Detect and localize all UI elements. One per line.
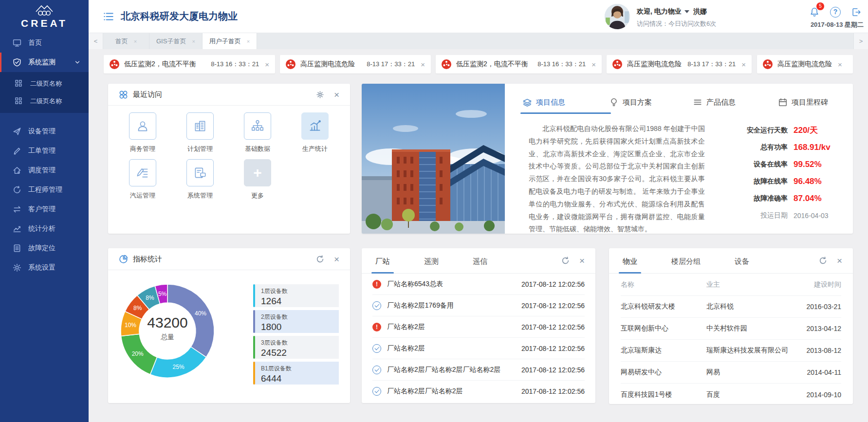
tab-home[interactable]: 首页 × <box>103 33 149 49</box>
indicator-donut-chart: 40%25%20%10%8%8%5% 43200 总量 <box>116 279 219 383</box>
quick-item-plan[interactable]: 计划管理 <box>171 112 229 159</box>
props-tab-floor-group[interactable]: 楼层分组 <box>668 257 703 273</box>
table-row[interactable]: 互联网创新中心 中关村软件园 2013-04-12 <box>621 318 841 340</box>
alert-text: 高压监测电流危险 <box>777 60 832 69</box>
status-ok-icon <box>372 366 381 374</box>
stat-value: 220/天 <box>794 125 818 136</box>
alert-card[interactable]: 高压监测电流危险 8-13 17：33：21 × <box>607 55 752 73</box>
props-tab-property[interactable]: 物业 <box>620 257 640 273</box>
tabs-scroll-left[interactable]: < <box>89 33 103 49</box>
tab-user-subpage[interactable]: 用户子首页 × <box>203 33 257 49</box>
close-icon[interactable]: × <box>334 255 339 264</box>
sidebar-item-settings[interactable]: 系统设置 <box>0 258 89 277</box>
legend-color-bar <box>253 336 255 359</box>
avatar[interactable] <box>605 4 630 29</box>
donut-slice[interactable] <box>150 347 206 378</box>
alert-card[interactable]: 高压监测电流危险 8-13 17：33：21 × <box>280 55 431 73</box>
welcome-text[interactable]: 欢迎, 电力物业洪娜 <box>637 7 707 16</box>
station-row[interactable]: ! 厂站名称6543总表 2017-08-12 12:02:56 <box>372 274 585 295</box>
chevron-down-icon <box>74 59 81 67</box>
legend-item[interactable]: 2层设备数 1800 <box>253 310 339 333</box>
header: 北京科税研发大厦电力物业 欢迎, 电力物业洪娜 访问情况：今日访问次数6次 5 <box>89 0 868 33</box>
sidebar-item-home[interactable]: 首页 <box>0 33 89 53</box>
props-tab-device[interactable]: 设备 <box>732 257 752 273</box>
sidebar-item-workorder-mgmt[interactable]: 工单管理 <box>0 141 89 161</box>
pen-list-icon <box>135 165 150 180</box>
legend-item[interactable]: 1层设备数 1264 <box>253 284 339 307</box>
station-row[interactable]: 厂站名称2层厂站名称2层厂站名称2层 2017-08-12 12:02:56 <box>372 359 585 381</box>
sidebar-item-label: 客户管理 <box>28 205 55 214</box>
sidebar-subitem-2[interactable]: 二级页名称 <box>0 92 89 110</box>
sidebar-item-engineer-mgmt[interactable]: 工程师管理 <box>0 180 89 200</box>
sidebar-item-fault-location[interactable]: 故障定位 <box>0 239 89 258</box>
stations-list: ! 厂站名称6543总表 2017-08-12 12:02:56 厂站名称2层1… <box>362 274 595 402</box>
sidebar-subitem-1[interactable]: 二级页名称 <box>0 75 89 92</box>
refresh-icon[interactable] <box>316 255 324 263</box>
station-time: 2017-08-12 12:02:56 <box>517 387 585 395</box>
close-icon[interactable]: × <box>334 90 339 99</box>
help-icon[interactable]: ? <box>829 6 842 18</box>
quick-item-production-stats[interactable]: 生产统计 <box>286 112 344 159</box>
close-icon[interactable]: × <box>265 60 269 69</box>
legend-item[interactable]: 3层设备数 24522 <box>253 336 339 359</box>
quick-item-more[interactable]: + 更多 <box>229 159 286 206</box>
sidebar-item-device-mgmt[interactable]: 设备管理 <box>0 122 89 141</box>
quick-item-transport[interactable]: 汽运管理 <box>114 159 171 206</box>
close-icon[interactable]: × <box>421 60 425 69</box>
close-icon[interactable]: × <box>837 256 842 265</box>
quick-item-basedata[interactable]: 基础数据 <box>229 112 286 159</box>
table-row[interactable]: 北京瑞斯康达 瑞斯康达科技发展有限公司 2013-08-12 <box>621 340 841 362</box>
tab-gis-subpage[interactable]: GIS子首页 × <box>149 33 203 49</box>
gear-icon[interactable] <box>316 91 324 99</box>
stations-tab-station[interactable]: 厂站 <box>372 257 393 273</box>
stations-tab-telesignal[interactable]: 遥信 <box>470 257 490 273</box>
close-icon[interactable]: × <box>579 256 585 265</box>
close-icon[interactable]: × <box>741 60 746 69</box>
quick-item-system[interactable]: 系统管理 <box>171 159 229 206</box>
project-tab-product[interactable]: 产品信息 <box>693 97 778 114</box>
alert-card[interactable]: 低压监测2，电流不平衡 8-13 16：33：21 × <box>436 55 602 73</box>
stat-row: 故障在线率 96.48% <box>729 173 846 190</box>
project-tab-info[interactable]: 项目信息 <box>522 97 609 114</box>
alert-text: 高压监测电流危险 <box>300 60 355 69</box>
menu-list-icon[interactable] <box>102 10 115 25</box>
stations-tab-telemetry[interactable]: 遥测 <box>421 257 442 273</box>
tab-close-icon[interactable]: × <box>247 38 250 44</box>
donut-slice[interactable] <box>167 284 214 357</box>
station-row[interactable]: 厂站名称2层厂站名称2层 2017-08-12 12:02:56 <box>372 381 585 402</box>
stat-label: 总有功率 <box>729 143 788 152</box>
table-row[interactable]: 百度科技园1号楼 百度 2014-09-10 <box>621 384 841 405</box>
alert-card[interactable]: 高压监测电流危险 × <box>757 55 853 73</box>
close-icon[interactable]: × <box>838 60 842 69</box>
close-icon[interactable]: × <box>591 60 596 69</box>
sidebar-item-statistics[interactable]: 统计分析 <box>0 219 89 239</box>
table-row[interactable]: 北京科锐研发大楼 北京科锐 2016-03-21 <box>621 296 841 318</box>
properties-panel: 物业 楼层分组 设备 × 名称 业主 建设时间 北京科锐研发大楼 北京科锐 20… <box>609 248 853 404</box>
station-time: 2017-08-12 12:02:56 <box>517 345 585 352</box>
sidebar-item-dispatch-mgmt[interactable]: 调度管理 <box>0 161 89 180</box>
alert-time: 8-13 16：33：21 <box>533 60 586 69</box>
quick-item-business[interactable]: 商务管理 <box>114 112 171 159</box>
project-tab-milestone[interactable]: 项目里程碑 <box>778 97 828 114</box>
notification-bell-icon[interactable]: 5 <box>808 6 821 18</box>
alert-card[interactable]: 低压监测2，电流不平衡 8-13 16：33：21 × <box>104 55 275 73</box>
refresh-icon[interactable] <box>819 257 827 265</box>
legend-item[interactable]: B1层设备数 6444 <box>253 362 339 385</box>
station-row[interactable]: ! 厂站名称2层 2017-08-12 12:02:56 <box>372 316 585 338</box>
table-row[interactable]: 网易研发中心 网易 2014-04-11 <box>621 362 841 384</box>
refresh-icon[interactable] <box>561 257 570 265</box>
logout-icon[interactable] <box>850 6 863 18</box>
app-logo[interactable]: CREAT <box>0 0 89 33</box>
sidebar-item-label: 调度管理 <box>28 166 55 175</box>
sidebar-item-label: 设备管理 <box>28 127 55 136</box>
tab-label: 首页 <box>115 37 128 46</box>
sidebar-item-system-monitor[interactable]: 系统监测 <box>0 53 89 72</box>
station-row[interactable]: 厂站名称2层1769备用 2017-08-12 12:02:56 <box>372 295 585 316</box>
tab-close-icon[interactable]: × <box>192 38 195 44</box>
list-lines-icon <box>693 97 702 107</box>
station-row[interactable]: 厂站名称2层 2017-08-12 12:02:56 <box>372 338 585 359</box>
sidebar-item-customer-mgmt[interactable]: 客户管理 <box>0 200 89 219</box>
tabs-scroll-right[interactable]: > <box>853 33 868 49</box>
project-tab-plan[interactable]: 项目方案 <box>609 97 693 114</box>
tab-close-icon[interactable]: × <box>134 38 137 44</box>
